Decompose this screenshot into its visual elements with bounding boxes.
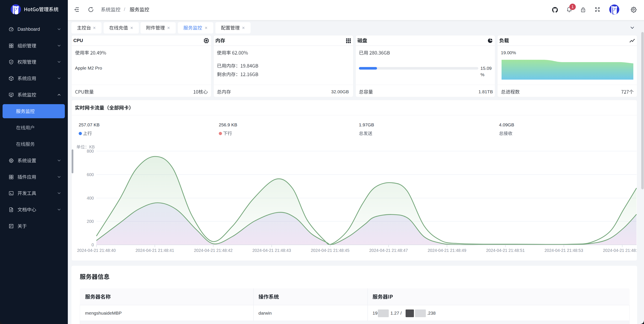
svg-text:2024-04-21 21:48:55: 2024-04-21 21:48:55: [603, 248, 637, 253]
svg-text:2024-04-21 21:48:49: 2024-04-21 21:48:49: [428, 248, 466, 253]
svg-text:0: 0: [92, 242, 94, 247]
svg-text:2024-04-21 21:48:45: 2024-04-21 21:48:45: [311, 248, 349, 253]
svg-text:2024-04-21 21:48:53: 2024-04-21 21:48:53: [544, 248, 583, 253]
svg-text:200: 200: [87, 219, 94, 224]
svg-text:2024-04-21 21:48:40: 2024-04-21 21:48:40: [77, 248, 116, 253]
svg-text:2024-04-21 21:48:51: 2024-04-21 21:48:51: [486, 248, 524, 253]
svg-text:400: 400: [87, 196, 94, 200]
svg-text:2024-04-21 21:48:42: 2024-04-21 21:48:42: [194, 248, 232, 253]
svg-text:600: 600: [87, 172, 94, 177]
svg-text:800: 800: [87, 149, 94, 153]
svg-text:2024-04-21 21:48:47: 2024-04-21 21:48:47: [369, 248, 408, 253]
svg-text:2024-04-21 21:48:43: 2024-04-21 21:48:43: [252, 248, 291, 253]
svg-text:2024-04-21 21:48:41: 2024-04-21 21:48:41: [136, 248, 174, 253]
